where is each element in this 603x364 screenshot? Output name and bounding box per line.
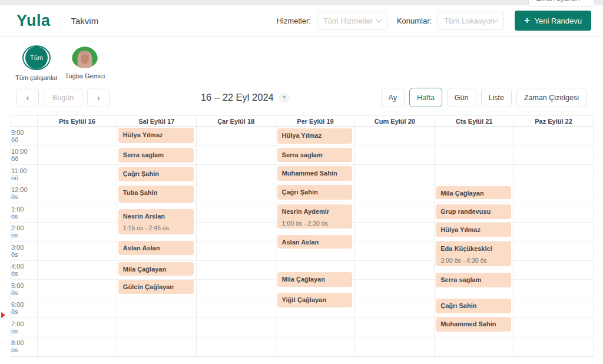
event-block[interactable]: Aslan Aslan: [118, 241, 194, 255]
time-label: 3:00 ös: [11, 241, 37, 260]
column-separator: [276, 127, 276, 356]
event-title: Tuba Şahin: [123, 189, 189, 197]
event-block[interactable]: Yiğit Çağlayan: [277, 293, 353, 307]
time-label: 4:00 ös: [11, 261, 37, 280]
event-title: Grup randevusu: [440, 208, 506, 216]
event-block[interactable]: Hülya Yılmaz: [436, 223, 511, 237]
app-logo: Yula: [16, 12, 51, 30]
chevron-down-icon: [376, 16, 382, 22]
date-caret-icon: ▼: [279, 92, 290, 103]
today-button[interactable]: Bugün: [44, 88, 82, 107]
screen-settings-label: Ekran ayarları: [536, 0, 580, 2]
view-timeline-button[interactable]: Zaman Çizelgesi: [516, 88, 587, 107]
column-separator: [434, 127, 435, 356]
date-range-control[interactable]: 16 – 22 Eyl 2024 ▼: [110, 92, 380, 103]
services-select-value: Tüm Hizmetler: [323, 16, 373, 25]
person-avatar-image: [72, 47, 98, 68]
time-label: 2:00 ös: [11, 223, 37, 241]
event-block[interactable]: Gülcin Çağlayan: [118, 280, 194, 294]
event-title: Hülya Yılmaz: [123, 131, 189, 139]
nav-group: ‹ Bugün ›: [16, 88, 110, 107]
time-label: 10:00 öö: [11, 146, 37, 165]
view-week-button[interactable]: Hafta: [409, 88, 442, 107]
event-block[interactable]: Grup randevusu: [436, 204, 511, 219]
event-block[interactable]: Çağrı Sahin: [436, 299, 511, 313]
event-title: Hülya Yılmaz: [440, 226, 506, 234]
event-title: Aslan Aslan: [123, 244, 189, 252]
event-title: Muhammed Sahin: [282, 170, 348, 177]
event-block[interactable]: Mila Çağlayan: [436, 186, 511, 199]
view-list-button[interactable]: Liste: [481, 88, 512, 107]
event-title: Yiğit Çağlayan: [282, 296, 348, 304]
event-block[interactable]: Serra saglam: [118, 148, 194, 163]
event-block[interactable]: Eda Küçükeskici3:00 ös - 4:30 ös: [436, 241, 511, 266]
new-appointment-label: Yeni Randevu: [535, 16, 582, 25]
view-day-button[interactable]: Gün: [447, 88, 476, 107]
locations-select[interactable]: Tüm Lokasyonlar: [438, 12, 504, 30]
screen-settings-button[interactable]: Ekran ayarları: [528, 0, 595, 7]
time-label: 7:00 ös: [11, 318, 37, 337]
time-label: 6:00 ös: [11, 299, 37, 318]
calendar-toolbar: ‹ Bugün › 16 – 22 Eyl 2024 ▼ Ay Hafta Gü…: [0, 85, 603, 115]
event-block[interactable]: Nesrin Aydemir1:00 ös - 2:30 ös: [277, 204, 353, 229]
staff-item-person[interactable]: Tuğba Gemici: [65, 45, 105, 80]
staff-item-all[interactable]: Tüm Tüm çalışanlar: [15, 45, 58, 80]
event-block[interactable]: Muhammed Sahin: [436, 317, 511, 332]
time-label: 11:00 öö: [11, 165, 37, 184]
event-title: Aslan Aslan: [282, 239, 348, 246]
avatar: [72, 47, 98, 68]
event-title: Serra saglam: [282, 151, 348, 159]
event-block[interactable]: Hülya Yılmaz: [118, 128, 194, 143]
day-header-cell: Sal Eylül 17: [117, 116, 196, 126]
event-title: Mila Çağlayan: [440, 190, 506, 197]
event-title: Çağrı Sahin: [440, 302, 506, 310]
time-gutter-header: [11, 116, 37, 126]
event-title: Mila Çağlayan: [282, 276, 348, 283]
event-block[interactable]: Çağrı Şahin: [277, 185, 353, 200]
event-time: 1:15 ös - 2:45 ös: [123, 224, 189, 231]
event-block[interactable]: Serra saglam: [436, 273, 511, 287]
event-title: Çağrı Şahin: [123, 170, 189, 178]
prev-week-button[interactable]: ‹: [16, 88, 39, 107]
event-block[interactable]: Mila Çağlayan: [277, 272, 353, 287]
divider: [61, 12, 61, 29]
services-select[interactable]: Tüm Hizmetler: [317, 12, 387, 30]
column-separator: [37, 127, 38, 356]
time-label: 1:00 ös: [11, 203, 37, 222]
event-title: Muhammed Sahin: [440, 320, 506, 328]
column-separator: [513, 127, 514, 356]
locations-label: Konumlar:: [397, 16, 432, 25]
event-block[interactable]: Nesrin Arslan1:15 ös - 2:45 ös: [118, 209, 194, 234]
new-appointment-button[interactable]: + Yeni Randevu: [515, 11, 591, 31]
event-block[interactable]: Serra saglam: [277, 148, 353, 162]
event-block[interactable]: Aslan Aslan: [277, 235, 353, 249]
staff-name-label: Tuğba Gemici: [65, 72, 105, 80]
now-indicator-icon: [1, 312, 5, 318]
event-title: Gülcin Çağlayan: [123, 283, 189, 291]
time-label: 5:00 ös: [11, 280, 37, 299]
event-block[interactable]: Muhammed Sahin: [277, 166, 353, 181]
event-title: Mila Çağlayan: [123, 266, 189, 273]
event-block[interactable]: Mila Çağlayan: [118, 262, 194, 276]
time-label: 9:00 öö: [11, 127, 37, 145]
day-header-cell: Cts Eylül 21: [434, 116, 513, 126]
event-title: Nesrin Aydemir: [282, 208, 348, 216]
day-header-cell: Cum Eylül 20: [354, 116, 434, 126]
page-title: Takvim: [71, 16, 99, 26]
event-block[interactable]: Hülya Yılmaz: [277, 128, 353, 144]
date-range-label: 16 – 22 Eyl 2024: [201, 92, 274, 103]
hour-row: 8:00 ös: [11, 337, 593, 357]
event-title: Serra saglam: [123, 151, 189, 159]
event-title: Eda Küçükeskici: [440, 245, 506, 253]
plus-icon: +: [524, 16, 529, 25]
staff-name-label: Tüm çalışanlar: [15, 74, 58, 81]
event-block[interactable]: Tuba Şahin: [118, 186, 194, 203]
next-week-button[interactable]: ›: [87, 88, 110, 107]
event-block[interactable]: Çağrı Şahin: [118, 167, 194, 181]
day-header-cell: Pts Eylül 16: [37, 116, 117, 126]
day-header-cell: Per Eylül 19: [276, 116, 355, 126]
time-label: 12:00 ös: [11, 184, 37, 203]
view-month-button[interactable]: Ay: [381, 88, 405, 107]
header-controls: Hizmetler: Tüm Hizmetler Konumlar: Tüm L…: [276, 11, 591, 31]
time-label: 8:00 ös: [11, 337, 37, 356]
